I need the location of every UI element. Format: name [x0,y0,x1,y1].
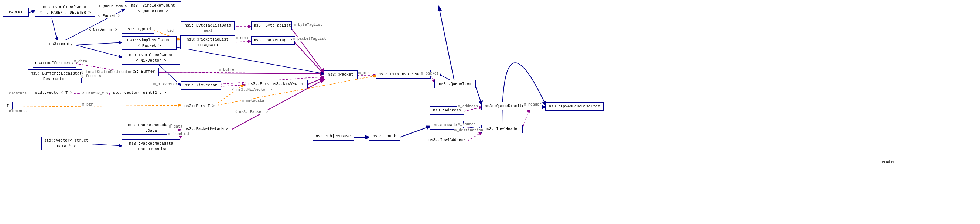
label-elements2: elements [8,109,27,113]
node-ptr-t: ns3::Ptr< T > [181,102,218,110]
label-nixvector-arrow: < ns3::NixVector > [231,88,273,92]
label-mfreelist: m_freeList [167,132,191,136]
label-mpacket: m_packet [420,71,439,76]
label-uint32: < uint32_t > [81,92,109,95]
node-stdvector-struct: std::vector< structData * > [41,137,91,150]
label-mpackettaglist: m_packetTagList [292,37,327,41]
node-simplerefcount-queueitem: ns3::SimpleRefCount< T, PARENT, DELETER … [35,3,95,17]
label-tid: tid [166,29,174,33]
node-packettaglist: ns3::PacketTagList [251,36,295,44]
node-simplerefcount-nixvector: ns3::SimpleRefCount< NixVector > [122,51,180,65]
edges-svg [0,0,980,224]
label-mnixvector: m_nixVector [153,82,178,86]
node-ns3ipv4address: ns3::Ipv4Address [426,136,468,144]
svg-line-24 [158,72,325,74]
node-typeid: ns3::TypeId [122,25,154,33]
node-stdvector-uint32: std::vector< uint32_t > [110,89,167,97]
label-next: next [203,29,213,33]
label-packet-arrow2: < ns3::Packet > [234,110,269,114]
svg-line-12 [307,78,325,85]
label-mheader: m_header [523,103,542,106]
label-nixvector: < NixVector > [88,28,118,32]
svg-line-31 [12,105,181,107]
node-ns3queueitem: ns3::QueueItem [434,80,476,88]
label-mbuffer: m_buffer [218,68,237,72]
label-mdata-pm: m_data [169,125,183,129]
svg-line-0 [29,11,35,13]
svg-line-19 [467,132,482,141]
label-mmetadata: m_metadata [241,99,265,103]
label-msource: m_source [457,122,477,127]
node-bytetaglist: ns3::ByteTagList [251,21,292,30]
node-parent: PARENT [3,8,29,17]
node-nixvector: ns3::NixVector [181,81,221,90]
node-ns3empty: ns3::empty [46,40,76,48]
node-ns3objectbase: ns3::ObjectBase [312,132,354,141]
node-ns3chunk: ns3::Chunk [369,132,400,141]
label-elements1: elements [8,92,27,95]
node-packetmetadata-freelist: ns3::PacketMetadata::DataFreeList [122,140,180,153]
svg-line-11 [294,41,325,75]
svg-line-21 [522,109,529,130]
svg-line-39 [439,6,454,81]
node-stdvector-t: std::vector< T > [32,89,74,97]
node-packettaglist-tagdata: ns3::PacketTagList::TagData [180,35,235,49]
svg-line-29 [90,144,122,146]
label-header: header [879,159,897,164]
label-queueitem: < QueueItem > [97,5,128,8]
diagram-container: PARENT ns3::SimpleRefCount< T, PARENT, D… [0,0,980,224]
svg-line-10 [290,27,325,73]
svg-line-2 [75,43,122,45]
label-mdestination: m_destination [453,129,484,132]
svg-line-3 [75,45,122,57]
label-mnext: m_next [235,36,250,40]
svg-line-6 [158,73,325,74]
label-mbytetaglist: m_byteTagList [293,23,323,27]
node-buffer-data: ns3::Buffer::Data [32,59,76,68]
node-buffer-localstatic: ns3::Buffer::LocalStaticDestructor [28,69,82,83]
label-mdata: m_data [73,59,88,64]
label-packet: < Packet > [97,14,121,18]
svg-line-9 [220,85,246,86]
label-glocalstatic: g_localStaticDestructorg_freeList [81,70,133,78]
svg-line-1 [52,18,57,41]
node-ptr-nixvector: ns3::Ptr< ns3::NixVector > [246,80,308,88]
node-ns3packet: ns3::Packet [324,70,358,79]
node-simplerefcount-count: ns3::SimpleRefCount< QueueItem > [125,2,181,15]
label-mptr: m_ptr [81,103,94,106]
node-ns3ipv4queuediscitem: ns3::Ipv4QueueDiscItem [545,102,604,111]
node-ns3ipv4header: ns3::Ipv4Header [481,125,523,133]
label-mptr-packet: m_ptr [358,71,370,75]
node-simplerefcount-packet: ns3::SimpleRefCount< Packet > [122,36,177,50]
label-maddress: m_address [457,105,479,108]
